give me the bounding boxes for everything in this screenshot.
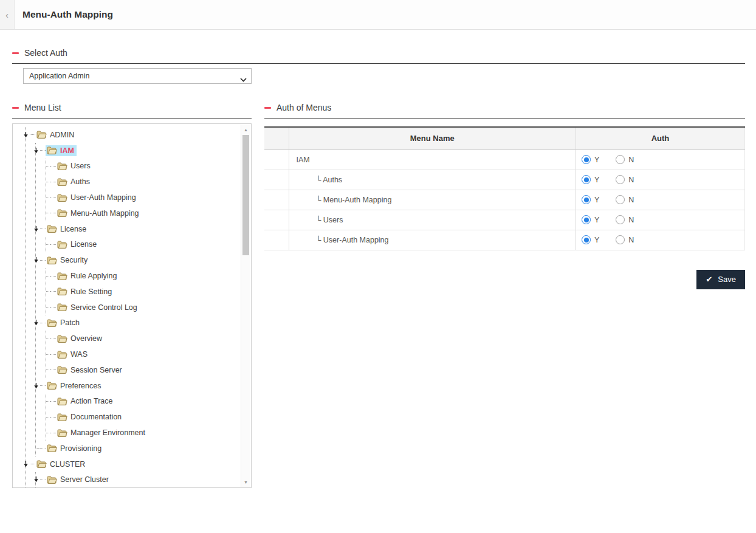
radio-option-n[interactable]: N bbox=[616, 195, 634, 204]
tree-node-auths[interactable]: Auths bbox=[56, 176, 92, 187]
radio-y-icon[interactable] bbox=[582, 215, 591, 224]
tree-node-action-trace[interactable]: Action Trace bbox=[56, 396, 115, 407]
tree-node-rule-setting[interactable]: Rule Setting bbox=[56, 286, 114, 297]
expand-arrow-icon[interactable] bbox=[33, 257, 39, 263]
menu-name-cell: IAM bbox=[289, 150, 576, 170]
tree-node-service-control-log[interactable]: Service Control Log bbox=[56, 302, 140, 313]
tree-node-license[interactable]: License bbox=[46, 224, 89, 235]
radio-label: Y bbox=[594, 156, 599, 164]
auth-cell: YN bbox=[576, 230, 745, 250]
tree-connector-line bbox=[40, 260, 46, 261]
tree-node-cluster[interactable]: CLUSTER bbox=[35, 459, 88, 470]
tree-item-license: LicenseLicense bbox=[36, 221, 251, 253]
tree-node-documentation[interactable]: Documentation bbox=[56, 411, 124, 422]
back-button[interactable]: ‹ bbox=[0, 0, 15, 29]
tree-node-label: Manager Environment bbox=[70, 428, 145, 437]
tree-node-menu-auth-mapping[interactable]: Menu-Auth Mapping bbox=[56, 208, 142, 219]
radio-option-y[interactable]: Y bbox=[582, 175, 599, 184]
expand-arrow-icon[interactable] bbox=[23, 132, 29, 138]
menu-list-title: Menu List bbox=[24, 103, 61, 112]
auth-select[interactable]: Application Admin bbox=[23, 68, 252, 84]
folder-icon bbox=[57, 209, 67, 217]
radio-label: N bbox=[628, 196, 634, 204]
tree-node-security[interactable]: Security bbox=[46, 255, 90, 266]
radio-n-icon[interactable] bbox=[616, 235, 625, 244]
tree-connector-line bbox=[50, 339, 56, 339]
tree-toggle-patch[interactable] bbox=[32, 320, 40, 326]
folder-icon bbox=[57, 303, 67, 311]
radio-option-y[interactable]: Y bbox=[582, 215, 599, 224]
tree-node-provisioning[interactable]: Provisioning bbox=[46, 443, 104, 454]
save-button[interactable]: ✔ Save bbox=[696, 270, 745, 289]
tree-connector-line bbox=[40, 323, 46, 323]
tree-node-license[interactable]: License bbox=[56, 239, 99, 250]
table-row-menu-auth-mapping: └ Menu-Auth MappingYN bbox=[264, 190, 745, 210]
tree-node-label: Session Server bbox=[70, 366, 122, 374]
tree-node-admin[interactable]: ADMIN bbox=[35, 129, 77, 140]
expand-arrow-icon[interactable] bbox=[33, 148, 39, 154]
tree-connector-line bbox=[50, 307, 56, 308]
scrollbar-thumb[interactable] bbox=[242, 135, 249, 255]
radio-option-y[interactable]: Y bbox=[582, 235, 599, 244]
radio-option-n[interactable]: N bbox=[616, 215, 634, 224]
tree-node-was[interactable]: WAS bbox=[56, 349, 90, 360]
folder-icon bbox=[57, 272, 67, 280]
folder-icon bbox=[36, 460, 47, 468]
expand-arrow-icon[interactable] bbox=[23, 461, 29, 467]
expand-arrow-icon[interactable] bbox=[33, 226, 39, 232]
tree-toggle-iam[interactable] bbox=[32, 148, 40, 154]
tree-item-menu-auth-mapping: Menu-Auth Mapping bbox=[46, 205, 251, 221]
tree-toggle-server-cluster[interactable] bbox=[32, 476, 40, 483]
tree-node-session-server[interactable]: Session Server bbox=[56, 365, 125, 376]
radio-y-icon[interactable] bbox=[582, 155, 591, 164]
radio-y-icon[interactable] bbox=[582, 195, 591, 204]
tree-node-manager-environment[interactable]: Manager Environment bbox=[56, 427, 148, 438]
expand-arrow-icon[interactable] bbox=[33, 320, 39, 326]
radio-option-y[interactable]: Y bbox=[582, 195, 599, 204]
auth-radio-group: YN bbox=[582, 155, 744, 164]
folder-icon bbox=[47, 319, 57, 327]
radio-option-y[interactable]: Y bbox=[582, 155, 599, 164]
scroll-down-arrow-icon[interactable]: ▼ bbox=[241, 477, 250, 487]
folder-icon bbox=[47, 256, 57, 264]
radio-n-icon[interactable] bbox=[616, 215, 625, 224]
radio-n-icon[interactable] bbox=[616, 175, 625, 184]
radio-n-icon[interactable] bbox=[616, 195, 625, 204]
tree-connector bbox=[42, 433, 50, 433]
tree-item-iam: IAMUsersAuthsUser-Auth MappingMenu-Auth … bbox=[36, 143, 251, 221]
table-row-users: └ UsersYN bbox=[264, 210, 745, 230]
scroll-up-arrow-icon[interactable]: ▲ bbox=[241, 125, 250, 134]
folder-icon bbox=[57, 351, 67, 359]
folder-icon bbox=[57, 413, 67, 421]
tree-node-server-cluster[interactable]: Server Cluster bbox=[46, 474, 111, 485]
radio-option-n[interactable]: N bbox=[616, 235, 634, 244]
row-empty-cell bbox=[264, 190, 289, 210]
tree-toggle-license[interactable] bbox=[32, 226, 40, 232]
tree-item-auths: Auths bbox=[46, 174, 251, 190]
tree-node-overview[interactable]: Overview bbox=[56, 333, 105, 344]
tree-connector-line bbox=[40, 229, 46, 229]
tree-node-preferences[interactable]: Preferences bbox=[46, 380, 103, 391]
table-header-row: Menu Name Auth bbox=[264, 127, 745, 150]
tree-toggle-security[interactable] bbox=[32, 257, 40, 263]
tree-node-rule-applying[interactable]: Rule Applying bbox=[56, 270, 119, 281]
tree-toggle-cluster[interactable] bbox=[21, 461, 30, 467]
tree-node-label: Rule Setting bbox=[70, 287, 112, 296]
radio-option-n[interactable]: N bbox=[616, 175, 634, 184]
radio-y-icon[interactable] bbox=[582, 175, 591, 184]
tree-node-patch[interactable]: Patch bbox=[46, 317, 82, 328]
tree-node-user-auth-mapping[interactable]: User-Auth Mapping bbox=[56, 192, 139, 203]
save-button-row: ✔ Save bbox=[264, 270, 745, 289]
menu-name-header-cell: Menu Name bbox=[289, 127, 576, 150]
expand-arrow-icon[interactable] bbox=[33, 383, 39, 389]
tree-toggle-admin[interactable] bbox=[21, 132, 30, 138]
tree-node-iam[interactable]: IAM bbox=[46, 145, 77, 156]
expand-arrow-icon[interactable] bbox=[33, 476, 39, 483]
radio-option-n[interactable]: N bbox=[616, 155, 634, 164]
radio-y-icon[interactable] bbox=[582, 235, 591, 244]
tree-node-users[interactable]: Users bbox=[56, 160, 93, 171]
tree-toggle-preferences[interactable] bbox=[32, 383, 40, 389]
tree-scrollbar[interactable]: ▲ ▼ bbox=[241, 125, 250, 487]
radio-n-icon[interactable] bbox=[616, 155, 625, 164]
auth-radio-group: YN bbox=[582, 235, 744, 244]
